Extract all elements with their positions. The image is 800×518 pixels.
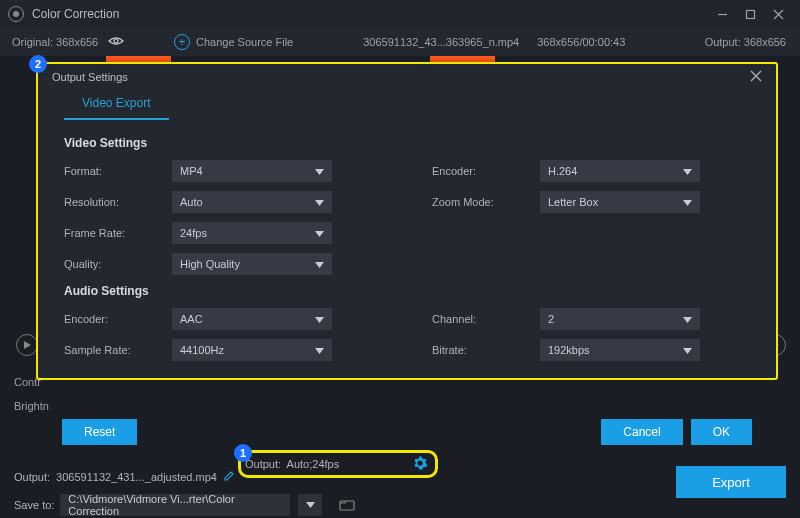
close-dialog-button[interactable] (750, 70, 762, 84)
reset-button[interactable]: Reset (62, 419, 137, 445)
bitrate-label: Bitrate: (432, 344, 540, 356)
chevron-down-icon (683, 344, 692, 356)
chevron-down-icon (315, 227, 324, 239)
framerate-select[interactable]: 24fps (172, 222, 332, 244)
output-file-name: 306591132_431..._adjusted.mp4 (56, 471, 217, 483)
audio-settings-heading: Audio Settings (64, 284, 382, 298)
format-label: Format: (64, 165, 172, 177)
chevron-down-icon (683, 196, 692, 208)
minimize-button[interactable] (708, 4, 736, 24)
callout-badge-2: 2 (29, 55, 47, 73)
change-source-label: Change Source File (196, 36, 293, 48)
sample-rate-label: Sample Rate: (64, 344, 172, 356)
output-file-label: Output: (14, 471, 50, 483)
output-dimensions: Output: 368x656 (705, 36, 800, 48)
quality-select[interactable]: High Quality (172, 253, 332, 275)
chevron-down-icon (315, 196, 324, 208)
play-original-button[interactable] (16, 334, 38, 356)
source-filename: 306591132_43...363965_n.mp4 (363, 36, 519, 48)
save-to-label: Save to: (14, 499, 54, 511)
format-select[interactable]: MP4 (172, 160, 332, 182)
resolution-select[interactable]: Auto (172, 191, 332, 213)
callout-badge-1: 1 (234, 444, 252, 462)
dialog-title: Output Settings (52, 71, 128, 83)
maximize-button[interactable] (736, 4, 764, 24)
chevron-down-icon (315, 313, 324, 325)
video-settings-heading: Video Settings (64, 136, 382, 150)
chevron-down-icon (315, 258, 324, 270)
svg-rect-7 (340, 501, 354, 510)
plus-icon: + (174, 34, 190, 50)
bitrate-select[interactable]: 192kbps (540, 339, 700, 361)
preview-toggle-icon[interactable] (108, 36, 124, 48)
encoder-label: Encoder: (432, 165, 540, 177)
sample-rate-select[interactable]: 44100Hz (172, 339, 332, 361)
original-label: Original: 368x656 (12, 36, 98, 48)
channel-select[interactable]: 2 (540, 308, 700, 330)
change-source-button[interactable]: + Change Source File (174, 34, 293, 50)
channel-label: Channel: (432, 313, 540, 325)
output-settings-dialog: Output Settings Video Export Video Setti… (36, 62, 778, 380)
chevron-down-icon (315, 165, 324, 177)
titlebar: Color Correction (0, 0, 800, 28)
source-dimensions: 368x656/00:00:43 (537, 36, 625, 48)
cancel-button[interactable]: Cancel (601, 419, 682, 445)
edit-icon[interactable] (223, 470, 235, 484)
resolution-label: Resolution: (64, 196, 172, 208)
encoder-select[interactable]: H.264 (540, 160, 700, 182)
app-icon (8, 6, 24, 22)
close-window-button[interactable] (764, 4, 792, 24)
chevron-down-icon (315, 344, 324, 356)
audio-encoder-label: Encoder: (64, 313, 172, 325)
tab-video-export[interactable]: Video Export (64, 90, 169, 120)
quality-label: Quality: (64, 258, 172, 270)
zoom-mode-select[interactable]: Letter Box (540, 191, 700, 213)
save-to-path[interactable]: C:\Vidmore\Vidmore Vi...rter\Color Corre… (60, 494, 290, 516)
topbar: Original: 368x656 + Change Source File 3… (0, 28, 800, 56)
open-folder-button[interactable] (334, 494, 360, 516)
zoom-mode-label: Zoom Mode: (432, 196, 540, 208)
export-button[interactable]: Export (676, 466, 786, 498)
save-to-dropdown[interactable] (298, 494, 322, 516)
window-title: Color Correction (32, 7, 119, 21)
chevron-down-icon (683, 313, 692, 325)
ok-button[interactable]: OK (691, 419, 752, 445)
svg-rect-1 (746, 10, 754, 18)
framerate-label: Frame Rate: (64, 227, 172, 239)
svg-point-4 (114, 39, 118, 43)
chevron-down-icon (683, 165, 692, 177)
audio-encoder-select[interactable]: AAC (172, 308, 332, 330)
